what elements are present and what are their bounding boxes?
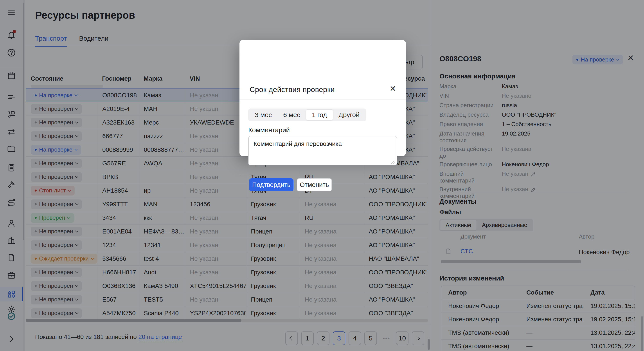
app-root: Ресурсы партнеров ТранспортВодители Филь… — [0, 0, 644, 351]
comment-label: Комментарий — [248, 126, 290, 134]
modal-header-divider — [240, 99, 406, 100]
comment-textarea[interactable]: Комментарий для перевозчика — [248, 136, 397, 165]
modal-footer-divider — [240, 174, 406, 174]
cancel-button[interactable]: Отменить — [297, 178, 332, 191]
duration-segment-3[interactable]: 1 год — [306, 109, 333, 120]
duration-segment-1[interactable]: 3 мес — [249, 109, 278, 120]
confirm-button[interactable]: Подтвердить — [249, 178, 294, 191]
duration-segment-4[interactable]: Другой — [333, 109, 365, 120]
modal-title: Срок действия проверки — [250, 85, 335, 94]
duration-segmented-control: 3 мес6 мес1 годДругой — [248, 109, 366, 121]
resize-handle-icon[interactable] — [390, 160, 395, 164]
validity-modal: Срок действия проверки ✕ 3 мес6 мес1 год… — [240, 40, 406, 156]
duration-segment-2[interactable]: 6 мес — [278, 109, 306, 120]
modal-close-icon[interactable]: ✕ — [390, 85, 396, 93]
